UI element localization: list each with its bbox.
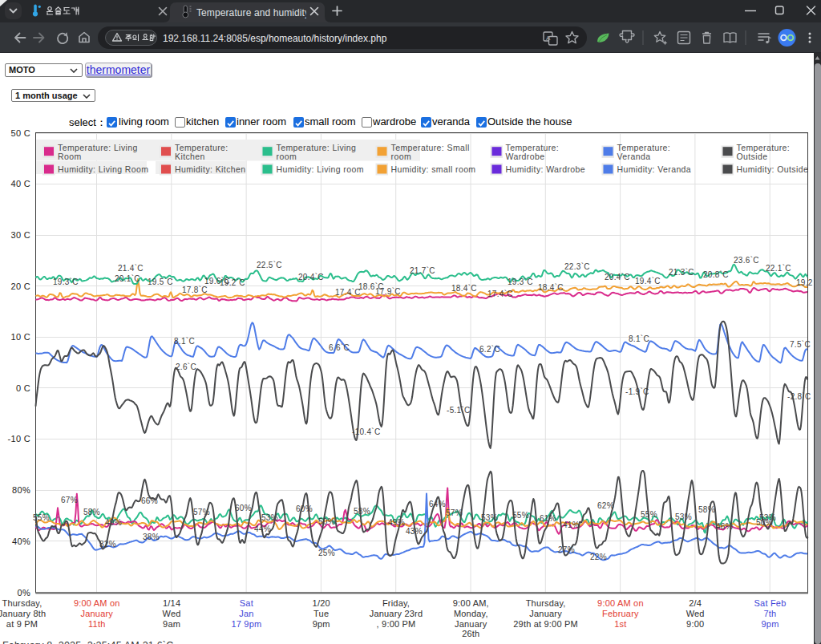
svg-text:at 9 PM: at 9 PM (6, 619, 38, 629)
svg-text:19.3`C: 19.3`C (508, 277, 533, 286)
svg-text:Monday,: Monday, (454, 609, 488, 618)
svg-text:43%: 43% (406, 527, 423, 536)
svg-text:January 8th: January 8th (0, 609, 46, 618)
svg-text:Wardrobe: Wardrobe (506, 152, 545, 161)
svg-text:-10.4`C: -10.4`C (352, 427, 380, 436)
svg-text:Humidity: Veranda: Humidity: Veranda (617, 164, 692, 174)
svg-text:25%: 25% (318, 549, 335, 557)
svg-text:53%: 53% (481, 513, 498, 522)
svg-text:-1.9`C: -1.9`C (625, 387, 649, 396)
svg-text:Humidity: Living room: Humidity: Living room (277, 164, 364, 174)
svg-text:22.1`C: 22.1`C (766, 264, 791, 273)
svg-text:19.4`C: 19.4`C (635, 277, 661, 286)
svg-text:49%: 49% (388, 518, 405, 527)
svg-text:Temperature:: Temperature: (617, 143, 671, 152)
svg-text:53%: 53% (675, 512, 692, 521)
svg-text:, 9:00 PM: , 9:00 PM (377, 619, 416, 629)
svg-text:7th: 7th (764, 609, 777, 618)
svg-text:Temperature:: Temperature: (506, 143, 560, 152)
svg-text:Room: Room (58, 152, 82, 161)
svg-text:Humidity: Wardrobe: Humidity: Wardrobe (506, 164, 586, 174)
svg-text:10 C: 10 C (11, 332, 30, 342)
svg-text:January: January (529, 609, 562, 618)
svg-text:Tue: Tue (313, 609, 329, 618)
svg-text:February: February (602, 609, 639, 618)
svg-text:55%: 55% (512, 511, 529, 520)
svg-text:19.2: 19.2 (796, 278, 813, 287)
svg-text:60%: 60% (235, 504, 252, 512)
svg-text:20.8`C: 20.8`C (703, 270, 729, 279)
svg-text:Temperature: Small: Temperature: Small (391, 143, 470, 152)
svg-text:Temperature: Living: Temperature: Living (58, 143, 138, 152)
svg-text:44%: 44% (254, 525, 271, 533)
svg-text:46%: 46% (716, 522, 733, 531)
svg-text:30 C: 30 C (11, 230, 30, 240)
svg-text:9pm: 9pm (313, 619, 330, 629)
svg-text:February 8, 2025, 2:25:45 AM 2: February 8, 2025, 2:25:45 AM 21.6`C (2, 640, 173, 644)
svg-text:Humidity: Outside: Humidity: Outside (737, 164, 809, 174)
svg-text:Outside: Outside (737, 152, 768, 161)
svg-text:58%: 58% (354, 507, 370, 516)
svg-text:8.1`C: 8.1`C (629, 334, 649, 343)
svg-text:11th: 11th (88, 619, 105, 629)
svg-text:17.8`C: 17.8`C (182, 286, 208, 294)
svg-text:41%: 41% (563, 520, 580, 529)
svg-text:62%: 62% (597, 501, 614, 510)
svg-text:room: room (391, 152, 412, 161)
svg-text:60%: 60% (296, 504, 313, 513)
svg-text:50 C: 50 C (11, 128, 30, 138)
svg-text:18.4`C: 18.4`C (538, 283, 564, 292)
svg-text:17.4`C: 17.4`C (487, 290, 513, 298)
svg-text:Temperature: Living: Temperature: Living (277, 143, 357, 152)
svg-text:21.3`C: 21.3`C (669, 268, 694, 277)
svg-text:19.3`C: 19.3`C (53, 277, 79, 286)
svg-text:Temperature:: Temperature: (175, 143, 229, 152)
svg-text:53%: 53% (261, 513, 278, 522)
svg-text:55%: 55% (641, 510, 657, 519)
svg-text:-2.8`C: -2.8`C (787, 392, 811, 401)
svg-text:1/20: 1/20 (313, 598, 330, 608)
svg-text:17.9`C: 17.9`C (375, 287, 401, 296)
svg-text:A: A (546, 34, 551, 42)
svg-text:50%: 50% (756, 518, 773, 527)
svg-text:8.1`C: 8.1`C (174, 337, 195, 346)
svg-text:9am: 9am (163, 619, 180, 629)
svg-text:-10 C: -10 C (8, 434, 30, 444)
svg-text:32%: 32% (99, 540, 116, 549)
svg-text:9:00: 9:00 (686, 619, 704, 629)
svg-text:Veranda: Veranda (617, 152, 651, 161)
svg-text:1/14: 1/14 (163, 598, 180, 608)
svg-text:1st: 1st (614, 619, 626, 629)
svg-text:Wed: Wed (163, 609, 181, 618)
svg-text:22%: 22% (590, 553, 607, 561)
svg-text:57%: 57% (446, 508, 463, 517)
svg-text:17.4`C: 17.4`C (335, 288, 361, 297)
svg-text:80%: 80% (12, 485, 30, 495)
svg-text:Jan: Jan (239, 609, 253, 618)
svg-text:40%: 40% (105, 518, 122, 527)
svg-text:Humidity: Living Room: Humidity: Living Room (58, 164, 148, 174)
svg-text:21.4`C: 21.4`C (118, 264, 144, 273)
svg-text:29th at 9:00 PM: 29th at 9:00 PM (513, 619, 578, 629)
svg-text:20.1`C: 20.1`C (115, 274, 140, 283)
svg-text:January: January (455, 619, 487, 629)
svg-text:55%: 55% (33, 513, 50, 522)
svg-text:Friday,: Friday, (382, 598, 410, 608)
svg-text:58%: 58% (83, 508, 100, 516)
svg-text:38%: 38% (143, 533, 160, 541)
svg-text:9:00 AM on: 9:00 AM on (597, 598, 644, 608)
svg-text:Thursday,: Thursday, (526, 598, 566, 608)
svg-text:January 23rd: January 23rd (370, 609, 423, 618)
svg-text:20.4`C: 20.4`C (605, 273, 630, 281)
svg-text:40 C: 40 C (11, 179, 30, 188)
svg-text:17 9pm: 17 9pm (231, 619, 261, 629)
svg-text:6.6`C: 6.6`C (329, 343, 350, 352)
svg-text:6.2`C: 6.2`C (479, 345, 500, 354)
svg-text:Thursday,: Thursday, (2, 598, 42, 608)
svg-text:Humidity: Kitchen: Humidity: Kitchen (175, 164, 246, 174)
svg-text:40%: 40% (12, 537, 30, 546)
svg-text:20.4`C: 20.4`C (298, 273, 324, 281)
svg-text:22.3`C: 22.3`C (564, 262, 590, 271)
svg-text:Sat: Sat (240, 598, 253, 608)
svg-text:-5.1`C: -5.1`C (447, 406, 471, 415)
